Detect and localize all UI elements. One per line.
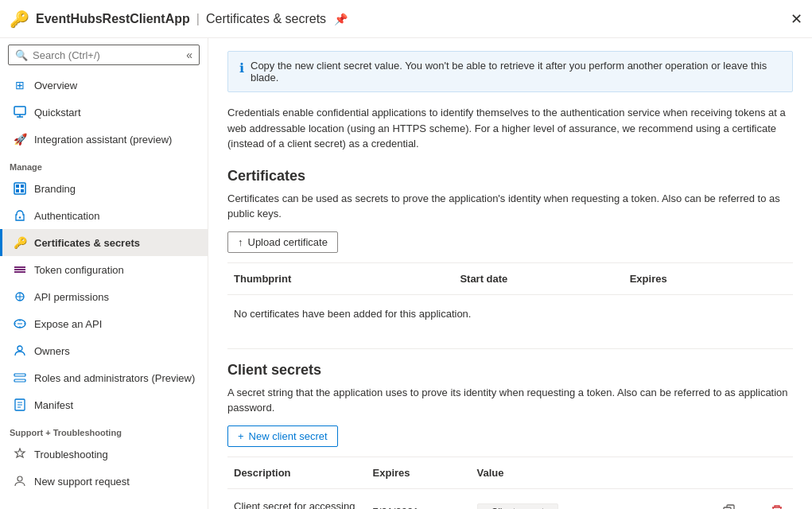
- svg-rect-13: [14, 379, 25, 382]
- client-secrets-section: Client secrets A secret string that the …: [227, 362, 793, 510]
- search-box[interactable]: 🔍 «: [8, 45, 200, 65]
- support-section-label: Support + Troubleshooting: [0, 418, 208, 441]
- certificates-desc: Certificates can be used as secrets to p…: [227, 191, 793, 222]
- sidebar-label-branding: Branding: [34, 183, 76, 195]
- title-separator: |: [196, 12, 200, 26]
- certs-col-startdate: Start date: [453, 270, 623, 288]
- svg-point-11: [17, 346, 22, 351]
- manifest-icon: [12, 397, 28, 413]
- delete-secret-button[interactable]: [767, 503, 787, 510]
- info-icon: ℹ: [239, 60, 244, 76]
- upload-btn-label: Upload certificate: [248, 236, 328, 248]
- section-divider: [227, 348, 793, 349]
- sidebar-label-api: API permissions: [34, 291, 109, 303]
- client-secret-badge: <Client secret>: [477, 503, 559, 510]
- sidebar-item-roles[interactable]: Roles and administrators (Preview): [0, 364, 208, 391]
- secrets-col-empty2: [713, 464, 761, 482]
- certs-table-header: Thumbprint Start date Expires: [227, 262, 793, 295]
- upload-certificate-button[interactable]: ↑ Upload certificate: [227, 231, 338, 253]
- copy-secret-button[interactable]: [720, 503, 739, 510]
- sidebar-item-troubleshooting[interactable]: Troubleshooting: [0, 441, 208, 468]
- sidebar-label-integration: Integration assistant (preview): [34, 134, 172, 146]
- main-content: ℹ Copy the new client secret value. You …: [208, 38, 812, 509]
- svg-point-15: [17, 476, 22, 481]
- app-name: EventHubsRestClientApp: [36, 12, 190, 26]
- search-input[interactable]: [33, 49, 186, 61]
- sidebar-label-manifest: Manifest: [34, 399, 73, 411]
- sidebar-item-api[interactable]: API permissions: [0, 283, 208, 310]
- sidebar-item-branding[interactable]: Branding: [0, 175, 208, 202]
- svg-rect-12: [14, 374, 25, 376]
- title-bar: 🔑 EventHubsRestClientApp | Certificates …: [0, 0, 812, 38]
- sidebar-label-troubleshooting: Troubleshooting: [34, 449, 108, 460]
- sidebar-label-support: New support request: [34, 476, 130, 488]
- svg-rect-4: [16, 189, 19, 192]
- secret-value-cell: <Client secret>: [471, 500, 575, 510]
- certs-no-data: No certificates have been added for this…: [227, 298, 793, 329]
- plus-icon: +: [238, 430, 244, 442]
- certificates-table: Thumbprint Start date Expires No certifi…: [227, 262, 793, 329]
- sidebar-item-owners[interactable]: Owners: [0, 337, 208, 364]
- authentication-icon: [12, 208, 28, 223]
- certs-col-thumbprint: Thumbprint: [227, 270, 453, 288]
- sidebar-item-support[interactable]: New support request: [0, 468, 208, 495]
- owners-icon: [12, 343, 28, 359]
- svg-rect-8: [14, 269, 25, 270]
- title-bar-icon: 🔑: [10, 10, 29, 29]
- search-icon: 🔍: [15, 49, 28, 61]
- roles-icon: [12, 370, 28, 386]
- secrets-col-desc: Description: [227, 464, 367, 482]
- sidebar: 🔍 « ⊞ Overview Quickstart 🚀 Integration …: [0, 38, 208, 509]
- sidebar-item-manifest[interactable]: Manifest: [0, 391, 208, 418]
- expose-icon: [12, 316, 28, 332]
- credentials-description: Credentials enable confidential applicat…: [227, 105, 793, 152]
- secrets-table-header: Description Expires Value: [227, 457, 793, 489]
- sidebar-item-token[interactable]: Token configuration: [0, 256, 208, 283]
- certificates-section: Certificates Certificates can be used as…: [227, 168, 793, 329]
- svg-rect-9: [14, 271, 25, 273]
- manage-section-label: Manage: [0, 153, 208, 175]
- sidebar-item-integration[interactable]: 🚀 Integration assistant (preview): [0, 126, 208, 153]
- branding-icon: [12, 181, 28, 196]
- svg-rect-5: [21, 189, 24, 192]
- page-title: Certificates & secrets: [206, 12, 326, 26]
- secrets-col-empty1: [574, 464, 713, 482]
- certs-col-expires: Expires: [624, 270, 793, 288]
- sidebar-label-overview: Overview: [34, 80, 77, 91]
- sidebar-item-certificates[interactable]: 🔑 Certificates & secrets: [0, 229, 208, 256]
- secret-description: Client secret for accessing my Event Hub…: [227, 497, 367, 510]
- close-icon[interactable]: ✕: [791, 10, 802, 28]
- info-banner-text: Copy the new client secret value. You wo…: [251, 60, 781, 84]
- secret-delete-cell: [761, 499, 793, 510]
- sidebar-item-expose[interactable]: Expose an API: [0, 310, 208, 337]
- secrets-col-expires: Expires: [367, 464, 471, 482]
- new-secret-btn-label: New client secret: [249, 430, 328, 442]
- main-layout: 🔍 « ⊞ Overview Quickstart 🚀 Integration …: [0, 38, 812, 509]
- client-secrets-title: Client secrets: [227, 362, 793, 379]
- svg-rect-7: [14, 266, 25, 268]
- secrets-col-value: Value: [471, 464, 575, 482]
- svg-rect-2: [16, 185, 19, 188]
- secret-expires: 7/21/2021: [367, 503, 471, 509]
- new-client-secret-button[interactable]: + New client secret: [227, 425, 338, 447]
- token-icon: [12, 262, 28, 278]
- svg-rect-0: [14, 107, 25, 115]
- support-icon: [12, 473, 28, 489]
- svg-rect-3: [21, 185, 24, 188]
- overview-icon: ⊞: [12, 77, 28, 93]
- secrets-table: Description Expires Value Client secret …: [227, 457, 793, 510]
- api-icon: [12, 289, 28, 305]
- collapse-icon[interactable]: «: [186, 49, 192, 61]
- secrets-col-empty3: [761, 464, 793, 482]
- svg-point-6: [19, 216, 21, 218]
- sidebar-item-quickstart[interactable]: Quickstart: [0, 99, 208, 126]
- secrets-table-row: Client secret for accessing my Event Hub…: [227, 492, 793, 510]
- certificates-title: Certificates: [227, 168, 793, 185]
- sidebar-item-overview[interactable]: ⊞ Overview: [0, 72, 208, 99]
- troubleshoot-icon: [12, 446, 28, 462]
- secret-copy-cell: [713, 499, 761, 510]
- sidebar-item-authentication[interactable]: Authentication: [0, 202, 208, 229]
- quickstart-icon: [12, 104, 28, 120]
- pin-icon[interactable]: 📌: [334, 13, 348, 25]
- sidebar-label-roles: Roles and administrators (Preview): [34, 372, 195, 384]
